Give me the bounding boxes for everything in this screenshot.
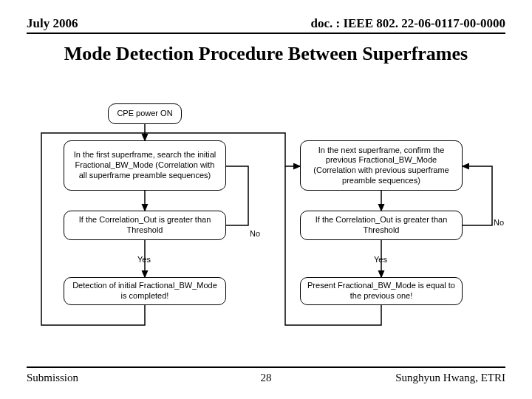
node-right-1: In the next superframe, confirm the prev… (300, 140, 463, 191)
header: July 2006 doc. : IEEE 802. 22-06-0117-00… (27, 16, 505, 31)
node-left-3-text: Detection of initial Fractional_BW_Mode … (70, 281, 219, 301)
label-yes-right: Yes (374, 255, 387, 264)
flowchart: CPE power ON In the first superframe, se… (27, 74, 505, 355)
label-no-right: No (494, 218, 504, 227)
node-left-1-text: In the first superframe, search the init… (70, 150, 219, 180)
footer-rule (27, 366, 505, 368)
header-date: July 2006 (27, 16, 78, 31)
footer-left: Submission (27, 372, 78, 384)
header-rule (27, 33, 505, 34)
label-no-left: No (250, 229, 260, 238)
node-start: CPE power ON (108, 103, 182, 124)
footer-right: Sunghyun Hwang, ETRI (395, 372, 505, 384)
node-right-3-text: Present Fractional_BW_Mode is equal to t… (307, 281, 456, 301)
node-right-2: If the Correlation_Out is greater than T… (300, 211, 463, 240)
node-left-3: Detection of initial Fractional_BW_Mode … (64, 277, 226, 305)
header-doc: doc. : IEEE 802. 22-06-0117-00-0000 (311, 16, 506, 31)
node-left-2-text: If the Correlation_Out is greater than T… (70, 215, 219, 236)
node-right-3: Present Fractional_BW_Mode is equal to t… (300, 277, 463, 305)
footer: Submission Sunghyun Hwang, ETRI (27, 372, 505, 384)
label-yes-left: Yes (137, 255, 151, 264)
node-left-2: If the Correlation_Out is greater than T… (64, 211, 226, 240)
node-right-2-text: If the Correlation_Out is greater than T… (307, 215, 456, 236)
node-left-1: In the first superframe, search the init… (64, 140, 226, 191)
page-title: Mode Detection Procedure Between Superfr… (0, 43, 532, 65)
node-right-1-text: In the next superframe, confirm the prev… (307, 146, 456, 186)
node-start-text: CPE power ON (117, 109, 172, 119)
